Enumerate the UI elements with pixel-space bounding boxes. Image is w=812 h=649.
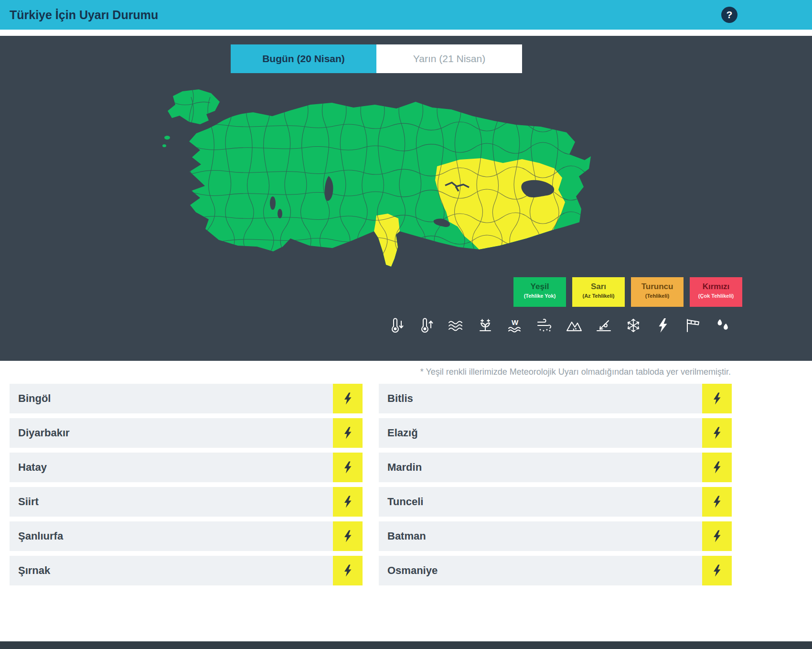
- legend-green-label: Yeşil: [513, 282, 566, 292]
- day-tabs: Bugün (20 Nisan) Yarın (21 Nisan): [231, 44, 522, 73]
- province-row-sanliurfa[interactable]: Şanlıurfa: [10, 521, 363, 551]
- province-row-sirnak[interactable]: Şırnak: [10, 556, 363, 585]
- province-name: Diyarbakır: [18, 427, 70, 439]
- lightning-bolt-icon: [341, 392, 354, 405]
- legend-yellow-sublabel: (Az Tehlikeli): [572, 293, 625, 299]
- thunderstorm-warning-badge: [333, 556, 363, 585]
- tab-tomorrow[interactable]: Yarın (21 Nisan): [376, 44, 522, 73]
- thunderstorm-warning-badge: [702, 418, 732, 448]
- province-name: Batman: [387, 530, 426, 542]
- aegean-island: [164, 136, 170, 140]
- help-button[interactable]: ?: [721, 7, 737, 23]
- blowing-snow-icon: [536, 317, 553, 334]
- province-row-siirt[interactable]: Siirt: [10, 487, 363, 517]
- legend-orange: Turuncu (Tehlikeli): [631, 277, 684, 307]
- province-row-bingol[interactable]: Bingöl: [10, 384, 363, 413]
- lightning-bolt-icon: [710, 392, 724, 405]
- thunderstorm-warning-badge: [333, 487, 363, 517]
- thunderstorm-warning-badge: [333, 453, 363, 482]
- province-name: Siirt: [18, 496, 39, 508]
- landslide-icon: [595, 317, 612, 334]
- thunderstorm-warning-badge: [702, 556, 732, 585]
- low-temperature-icon: [388, 317, 405, 334]
- svg-text:W: W: [512, 318, 519, 326]
- warning-map-panel: Bugün (20 Nisan) Yarın (21 Nisan): [0, 36, 812, 361]
- heavy-rain-icon: [714, 317, 731, 334]
- lightning-bolt-icon: [710, 530, 724, 543]
- province-name: Tunceli: [387, 496, 423, 508]
- legend-yellow: Sarı (Az Tehlikeli): [572, 277, 625, 307]
- province-row-hatay[interactable]: Hatay: [10, 453, 363, 482]
- legend-orange-sublabel: (Tehlikeli): [631, 293, 684, 299]
- thunderstorm-warning-badge: [702, 453, 732, 482]
- legend-orange-label: Turuncu: [631, 282, 684, 292]
- agricultural-frost-icon: [477, 317, 494, 334]
- yellow-warning-region-hatay-osmaniye[interactable]: [374, 214, 400, 267]
- province-name: Hatay: [18, 461, 47, 474]
- province-name: Osmaniye: [387, 564, 438, 577]
- warning-level-legend: Yeşil (Tehlike Yok) Sarı (Az Tehlikeli) …: [513, 277, 742, 307]
- lightning-bolt-icon: [341, 530, 354, 543]
- province-row-mardin[interactable]: Mardin: [379, 453, 732, 482]
- lightning-bolt-icon: [710, 564, 724, 577]
- aegean-island: [162, 144, 166, 147]
- icing-snowflake-icon: [625, 317, 642, 334]
- strong-wind-windsock-icon: [684, 317, 701, 334]
- thunderstorm-warning-badge: [333, 521, 363, 551]
- lightning-bolt-icon: [710, 461, 724, 474]
- title-bar: Türkiye İçin Uyarı Durumu ?: [0, 0, 812, 30]
- turkey-warning-map[interactable]: [162, 88, 592, 272]
- rough-sea-icon: [447, 317, 464, 334]
- province-name: Bitlis: [387, 392, 413, 405]
- green-provinces-note: * Yeşil renkli illerimizde Meteorolojik …: [10, 367, 731, 377]
- province-row-batman[interactable]: Batman: [379, 521, 732, 551]
- page-title: Türkiye İçin Uyarı Durumu: [10, 0, 158, 30]
- province-row-osmaniye[interactable]: Osmaniye: [379, 556, 732, 585]
- thrace-landmass: [168, 89, 220, 124]
- footer-bar: [0, 641, 812, 649]
- thunderstorm-warning-badge: [702, 521, 732, 551]
- province-warning-table: Bingöl Bitlis Diyarbakır Elazığ Hatay Ma…: [10, 384, 732, 585]
- warning-type-icons: W: [388, 317, 731, 334]
- high-temperature-icon: [417, 317, 435, 334]
- thunderstorm-warning-badge: [333, 384, 363, 413]
- tab-tomorrow-label: Yarın (21 Nisan): [413, 53, 485, 65]
- legend-green-sublabel: (Tehlike Yok): [513, 293, 566, 299]
- legend-red-sublabel: (Çok Tehlikeli): [690, 293, 742, 299]
- province-row-diyarbakir[interactable]: Diyarbakır: [10, 418, 363, 448]
- tab-today[interactable]: Bugün (20 Nisan): [231, 44, 376, 73]
- province-row-bitlis[interactable]: Bitlis: [379, 384, 732, 413]
- lightning-bolt-icon: [341, 426, 354, 440]
- lightning-bolt-icon: [710, 495, 724, 508]
- turkey-map-svg: [162, 88, 592, 272]
- lake-beysehir: [270, 196, 276, 210]
- province-name: Mardin: [387, 461, 422, 474]
- thunderstorm-icon: [654, 317, 672, 334]
- question-mark-icon: ?: [727, 9, 733, 21]
- thunderstorm-warning-badge: [333, 418, 363, 448]
- province-name: Şırnak: [18, 564, 50, 577]
- province-name: Elazığ: [387, 427, 418, 439]
- thunderstorm-warning-badge: [702, 384, 732, 413]
- province-row-elazig[interactable]: Elazığ: [379, 418, 732, 448]
- province-name: Şanlıurfa: [18, 530, 63, 542]
- province-row-tunceli[interactable]: Tunceli: [379, 487, 732, 517]
- thunderstorm-warning-badge: [702, 487, 732, 517]
- legend-red: Kırmızı (Çok Tehlikeli): [690, 277, 742, 307]
- lake-egirdir: [278, 209, 282, 218]
- lightning-bolt-icon: [341, 564, 354, 577]
- province-name: Bingöl: [18, 392, 51, 405]
- legend-green: Yeşil (Tehlike Yok): [513, 277, 566, 307]
- avalanche-icon: [566, 317, 583, 334]
- legend-yellow-label: Sarı: [572, 282, 625, 292]
- lightning-bolt-icon: [710, 426, 724, 440]
- lightning-bolt-icon: [341, 461, 354, 474]
- legend-red-label: Kırmızı: [690, 282, 742, 292]
- flood-icon: W: [506, 317, 524, 334]
- lightning-bolt-icon: [341, 495, 354, 508]
- tab-today-label: Bugün (20 Nisan): [262, 53, 345, 65]
- warning-table-section: * Yeşil renkli illerimizde Meteorolojik …: [0, 361, 812, 585]
